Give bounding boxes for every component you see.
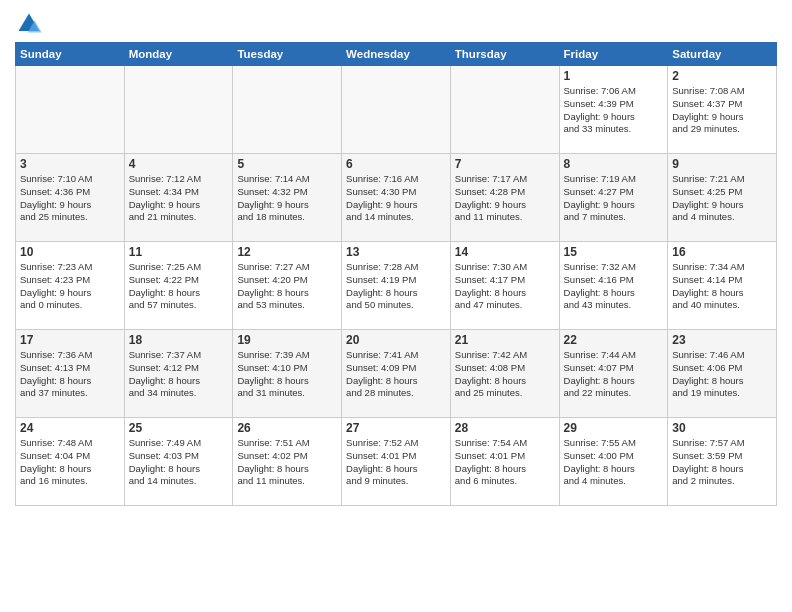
day-number: 10 bbox=[20, 245, 120, 259]
day-info: Sunrise: 7:57 AM Sunset: 3:59 PM Dayligh… bbox=[672, 437, 772, 488]
calendar-cell: 27Sunrise: 7:52 AM Sunset: 4:01 PM Dayli… bbox=[342, 418, 451, 506]
day-info: Sunrise: 7:12 AM Sunset: 4:34 PM Dayligh… bbox=[129, 173, 229, 224]
day-number: 15 bbox=[564, 245, 664, 259]
calendar-cell: 20Sunrise: 7:41 AM Sunset: 4:09 PM Dayli… bbox=[342, 330, 451, 418]
calendar-cell: 30Sunrise: 7:57 AM Sunset: 3:59 PM Dayli… bbox=[668, 418, 777, 506]
day-info: Sunrise: 7:51 AM Sunset: 4:02 PM Dayligh… bbox=[237, 437, 337, 488]
calendar-cell bbox=[450, 66, 559, 154]
calendar-cell: 24Sunrise: 7:48 AM Sunset: 4:04 PM Dayli… bbox=[16, 418, 125, 506]
calendar-cell: 29Sunrise: 7:55 AM Sunset: 4:00 PM Dayli… bbox=[559, 418, 668, 506]
day-number: 4 bbox=[129, 157, 229, 171]
col-header-saturday: Saturday bbox=[668, 43, 777, 66]
day-info: Sunrise: 7:17 AM Sunset: 4:28 PM Dayligh… bbox=[455, 173, 555, 224]
calendar-cell bbox=[233, 66, 342, 154]
day-info: Sunrise: 7:19 AM Sunset: 4:27 PM Dayligh… bbox=[564, 173, 664, 224]
day-info: Sunrise: 7:39 AM Sunset: 4:10 PM Dayligh… bbox=[237, 349, 337, 400]
calendar-cell: 25Sunrise: 7:49 AM Sunset: 4:03 PM Dayli… bbox=[124, 418, 233, 506]
day-info: Sunrise: 7:55 AM Sunset: 4:00 PM Dayligh… bbox=[564, 437, 664, 488]
calendar-table: SundayMondayTuesdayWednesdayThursdayFrid… bbox=[15, 42, 777, 506]
day-number: 13 bbox=[346, 245, 446, 259]
day-number: 27 bbox=[346, 421, 446, 435]
calendar-cell: 19Sunrise: 7:39 AM Sunset: 4:10 PM Dayli… bbox=[233, 330, 342, 418]
day-info: Sunrise: 7:14 AM Sunset: 4:32 PM Dayligh… bbox=[237, 173, 337, 224]
day-info: Sunrise: 7:48 AM Sunset: 4:04 PM Dayligh… bbox=[20, 437, 120, 488]
calendar-cell: 22Sunrise: 7:44 AM Sunset: 4:07 PM Dayli… bbox=[559, 330, 668, 418]
week-row-2: 3Sunrise: 7:10 AM Sunset: 4:36 PM Daylig… bbox=[16, 154, 777, 242]
day-number: 7 bbox=[455, 157, 555, 171]
calendar-cell: 8Sunrise: 7:19 AM Sunset: 4:27 PM Daylig… bbox=[559, 154, 668, 242]
calendar-cell: 17Sunrise: 7:36 AM Sunset: 4:13 PM Dayli… bbox=[16, 330, 125, 418]
calendar-cell: 6Sunrise: 7:16 AM Sunset: 4:30 PM Daylig… bbox=[342, 154, 451, 242]
col-header-wednesday: Wednesday bbox=[342, 43, 451, 66]
day-info: Sunrise: 7:08 AM Sunset: 4:37 PM Dayligh… bbox=[672, 85, 772, 136]
day-info: Sunrise: 7:41 AM Sunset: 4:09 PM Dayligh… bbox=[346, 349, 446, 400]
header-row: SundayMondayTuesdayWednesdayThursdayFrid… bbox=[16, 43, 777, 66]
header bbox=[15, 10, 777, 38]
calendar-cell bbox=[16, 66, 125, 154]
calendar-cell: 18Sunrise: 7:37 AM Sunset: 4:12 PM Dayli… bbox=[124, 330, 233, 418]
calendar-cell: 7Sunrise: 7:17 AM Sunset: 4:28 PM Daylig… bbox=[450, 154, 559, 242]
day-number: 28 bbox=[455, 421, 555, 435]
calendar-cell: 12Sunrise: 7:27 AM Sunset: 4:20 PM Dayli… bbox=[233, 242, 342, 330]
week-row-1: 1Sunrise: 7:06 AM Sunset: 4:39 PM Daylig… bbox=[16, 66, 777, 154]
day-info: Sunrise: 7:21 AM Sunset: 4:25 PM Dayligh… bbox=[672, 173, 772, 224]
day-info: Sunrise: 7:52 AM Sunset: 4:01 PM Dayligh… bbox=[346, 437, 446, 488]
day-number: 8 bbox=[564, 157, 664, 171]
calendar-cell: 5Sunrise: 7:14 AM Sunset: 4:32 PM Daylig… bbox=[233, 154, 342, 242]
day-number: 30 bbox=[672, 421, 772, 435]
calendar-cell: 1Sunrise: 7:06 AM Sunset: 4:39 PM Daylig… bbox=[559, 66, 668, 154]
week-row-5: 24Sunrise: 7:48 AM Sunset: 4:04 PM Dayli… bbox=[16, 418, 777, 506]
calendar-cell: 11Sunrise: 7:25 AM Sunset: 4:22 PM Dayli… bbox=[124, 242, 233, 330]
calendar-cell: 28Sunrise: 7:54 AM Sunset: 4:01 PM Dayli… bbox=[450, 418, 559, 506]
day-number: 16 bbox=[672, 245, 772, 259]
logo-icon bbox=[15, 10, 43, 38]
calendar-cell: 3Sunrise: 7:10 AM Sunset: 4:36 PM Daylig… bbox=[16, 154, 125, 242]
day-number: 11 bbox=[129, 245, 229, 259]
day-info: Sunrise: 7:28 AM Sunset: 4:19 PM Dayligh… bbox=[346, 261, 446, 312]
day-info: Sunrise: 7:32 AM Sunset: 4:16 PM Dayligh… bbox=[564, 261, 664, 312]
day-number: 2 bbox=[672, 69, 772, 83]
day-number: 1 bbox=[564, 69, 664, 83]
day-number: 3 bbox=[20, 157, 120, 171]
calendar-cell: 21Sunrise: 7:42 AM Sunset: 4:08 PM Dayli… bbox=[450, 330, 559, 418]
day-info: Sunrise: 7:23 AM Sunset: 4:23 PM Dayligh… bbox=[20, 261, 120, 312]
day-number: 24 bbox=[20, 421, 120, 435]
day-number: 5 bbox=[237, 157, 337, 171]
day-info: Sunrise: 7:54 AM Sunset: 4:01 PM Dayligh… bbox=[455, 437, 555, 488]
day-number: 12 bbox=[237, 245, 337, 259]
day-number: 25 bbox=[129, 421, 229, 435]
calendar-cell: 10Sunrise: 7:23 AM Sunset: 4:23 PM Dayli… bbox=[16, 242, 125, 330]
calendar-cell: 2Sunrise: 7:08 AM Sunset: 4:37 PM Daylig… bbox=[668, 66, 777, 154]
day-info: Sunrise: 7:42 AM Sunset: 4:08 PM Dayligh… bbox=[455, 349, 555, 400]
day-info: Sunrise: 7:10 AM Sunset: 4:36 PM Dayligh… bbox=[20, 173, 120, 224]
day-info: Sunrise: 7:49 AM Sunset: 4:03 PM Dayligh… bbox=[129, 437, 229, 488]
calendar-cell: 4Sunrise: 7:12 AM Sunset: 4:34 PM Daylig… bbox=[124, 154, 233, 242]
day-number: 6 bbox=[346, 157, 446, 171]
day-number: 19 bbox=[237, 333, 337, 347]
page-container: SundayMondayTuesdayWednesdayThursdayFrid… bbox=[0, 0, 792, 511]
day-number: 14 bbox=[455, 245, 555, 259]
day-number: 17 bbox=[20, 333, 120, 347]
day-number: 29 bbox=[564, 421, 664, 435]
day-info: Sunrise: 7:16 AM Sunset: 4:30 PM Dayligh… bbox=[346, 173, 446, 224]
calendar-cell: 16Sunrise: 7:34 AM Sunset: 4:14 PM Dayli… bbox=[668, 242, 777, 330]
day-info: Sunrise: 7:25 AM Sunset: 4:22 PM Dayligh… bbox=[129, 261, 229, 312]
day-info: Sunrise: 7:46 AM Sunset: 4:06 PM Dayligh… bbox=[672, 349, 772, 400]
logo bbox=[15, 10, 45, 38]
day-info: Sunrise: 7:27 AM Sunset: 4:20 PM Dayligh… bbox=[237, 261, 337, 312]
day-number: 23 bbox=[672, 333, 772, 347]
day-number: 9 bbox=[672, 157, 772, 171]
calendar-cell: 23Sunrise: 7:46 AM Sunset: 4:06 PM Dayli… bbox=[668, 330, 777, 418]
calendar-cell bbox=[124, 66, 233, 154]
calendar-cell bbox=[342, 66, 451, 154]
col-header-sunday: Sunday bbox=[16, 43, 125, 66]
day-info: Sunrise: 7:36 AM Sunset: 4:13 PM Dayligh… bbox=[20, 349, 120, 400]
day-info: Sunrise: 7:37 AM Sunset: 4:12 PM Dayligh… bbox=[129, 349, 229, 400]
week-row-4: 17Sunrise: 7:36 AM Sunset: 4:13 PM Dayli… bbox=[16, 330, 777, 418]
col-header-monday: Monday bbox=[124, 43, 233, 66]
day-number: 22 bbox=[564, 333, 664, 347]
day-info: Sunrise: 7:30 AM Sunset: 4:17 PM Dayligh… bbox=[455, 261, 555, 312]
day-number: 18 bbox=[129, 333, 229, 347]
day-number: 26 bbox=[237, 421, 337, 435]
day-info: Sunrise: 7:44 AM Sunset: 4:07 PM Dayligh… bbox=[564, 349, 664, 400]
